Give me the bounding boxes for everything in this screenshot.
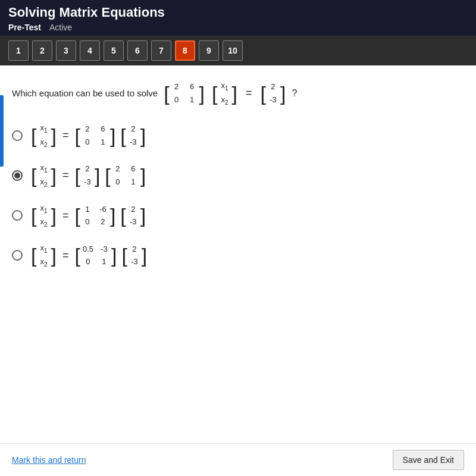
q-btn-6[interactable]: 6 <box>127 40 148 61</box>
option-b-expression: [ x1 x2 ] = [ 2 -3 ] [ <box>30 159 147 191</box>
mark-return-link[interactable]: Mark this and return <box>12 455 86 465</box>
bracket-left: [ <box>260 83 265 104</box>
option-d-expression: [ x1 x2 ] = [ 0.5 -3 0 1 ] <box>30 240 148 271</box>
radio-c[interactable] <box>12 210 23 221</box>
equals-sign: = <box>246 87 252 99</box>
radio-b[interactable] <box>12 170 23 181</box>
opt-c-right: [ 2 -3 ] <box>120 201 146 230</box>
opt-b-left: [ x1 x2 ] <box>31 159 57 191</box>
cell-11: 1 <box>187 94 197 106</box>
cell-10: 0 <box>172 94 181 106</box>
q-btn-8[interactable]: 8 <box>175 40 195 61</box>
variable-cells: x1 x2 <box>218 77 232 109</box>
bracket-left: [ <box>164 83 169 104</box>
page-title: Solving Matrix Equations <box>8 5 468 20</box>
opt-a-mid: [ 2 6 0 1 ] <box>74 121 115 150</box>
q-btn-5[interactable]: 5 <box>104 40 124 61</box>
option-a-row[interactable]: [ x1 x2 ] = [ 2 6 0 1 ] <box>12 120 464 151</box>
rhs-cells: 2 -3 <box>266 79 280 108</box>
opt-d-left: [ x1 x2 ] <box>31 240 57 271</box>
save-exit-button[interactable]: Save and Exit <box>393 450 464 470</box>
bracket-right: ] <box>199 83 205 104</box>
opt-c-left: [ x1 x2 ] <box>31 200 57 231</box>
q-btn-9[interactable]: 9 <box>199 40 219 61</box>
radio-d[interactable] <box>12 250 23 261</box>
header-subtitle: Pre-Test Active <box>8 23 468 32</box>
opt-d-mid: [ 0.5 -3 0 1 ] <box>74 241 117 270</box>
opt-c-mid: [ 1 -6 0 2 ] <box>74 201 115 230</box>
cell-x2: x2 <box>220 94 230 107</box>
cell-2: 2 <box>268 81 278 93</box>
option-c-row[interactable]: [ x1 x2 ] = [ 1 -6 0 2 ] <box>12 200 464 231</box>
question-label: Which equation can be used to solve <box>12 88 158 98</box>
lhs-matrix: [ 2 6 0 1 ] <box>164 79 205 108</box>
left-accent-bar <box>0 95 4 167</box>
rhs-vector: [ 2 -3 ] <box>260 79 286 108</box>
active-label: Active <box>49 23 72 32</box>
question-text: Which equation can be used to solve [ 2 … <box>12 77 464 109</box>
q-btn-10[interactable]: 10 <box>223 40 243 61</box>
q-btn-7[interactable]: 7 <box>151 40 171 61</box>
option-b-row[interactable]: [ x1 x2 ] = [ 2 -3 ] [ <box>12 159 464 191</box>
question-nav: 12345678910 <box>0 36 476 65</box>
cell-00: 2 <box>172 81 181 93</box>
opt-b-right: [ 2 6 0 1 ] <box>105 161 146 190</box>
variable-vector: [ x1 x2 ] <box>212 77 237 109</box>
cell-01: 6 <box>187 81 197 93</box>
cell-x1: x1 <box>220 80 230 93</box>
question-mark: ? <box>292 88 297 99</box>
opt-a-right: [ 2 -3 ] <box>120 121 146 150</box>
radio-a[interactable] <box>12 130 23 141</box>
option-c-expression: [ x1 x2 ] = [ 1 -6 0 2 ] <box>30 200 147 231</box>
bracket-left: [ <box>212 83 217 104</box>
option-d-row[interactable]: [ x1 x2 ] = [ 0.5 -3 0 1 ] <box>12 240 464 271</box>
bracket-right: ] <box>232 83 237 104</box>
main-content: Which equation can be used to solve [ 2 … <box>0 65 476 277</box>
cell-n3: -3 <box>268 94 278 106</box>
footer: Mark this and return Save and Exit <box>0 443 476 476</box>
option-a-expression: [ x1 x2 ] = [ 2 6 0 1 ] <box>30 120 147 151</box>
lhs-matrix-cells: 2 6 0 1 <box>170 79 199 108</box>
q-btn-4[interactable]: 4 <box>80 40 100 61</box>
options-container: [ x1 x2 ] = [ 2 6 0 1 ] <box>12 120 464 271</box>
opt-b-mid: [ 2 -3 ] <box>74 161 100 190</box>
q-btn-1[interactable]: 1 <box>8 40 29 61</box>
q-btn-2[interactable]: 2 <box>32 40 52 61</box>
q-btn-3[interactable]: 3 <box>56 40 76 61</box>
bracket-right: ] <box>280 83 286 104</box>
opt-a-left: [ x1 x2 ] <box>31 120 57 151</box>
opt-d-right: [ 2 -3 ] <box>121 241 147 270</box>
header: Solving Matrix Equations Pre-Test Active <box>0 0 476 36</box>
pre-test-label: Pre-Test <box>8 23 41 32</box>
